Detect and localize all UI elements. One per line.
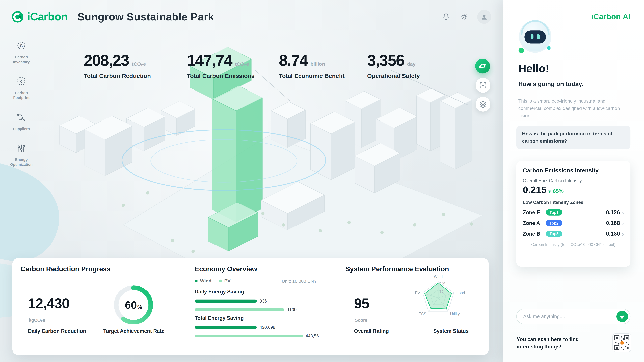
layers-button[interactable]	[476, 97, 490, 112]
zones-label: Low Carbon Intensity Zones:	[523, 200, 624, 205]
legend-item-pv[interactable]: PV	[219, 278, 230, 283]
overall-intensity-change: 65%	[553, 188, 564, 194]
daily-carbon-reduction-value: 12,430	[28, 296, 70, 312]
gear-icon[interactable]	[459, 12, 469, 22]
send-button[interactable]	[616, 311, 628, 322]
daily-energy-saving-group: Daily Energy Saving 936 1109	[195, 289, 326, 312]
legend-item-wind[interactable]: Wind	[195, 278, 212, 283]
pv-legend-dot	[219, 279, 222, 282]
layers-icon	[479, 100, 487, 108]
percent-sign: %	[137, 304, 142, 310]
intensity-card-title: Carbon Emissions Intensity	[523, 167, 624, 174]
svg-text:c: c	[20, 79, 22, 84]
chevron-right-icon: ›	[622, 210, 624, 215]
stat-value: 147,74	[187, 52, 232, 69]
score-value: 95	[354, 296, 369, 312]
zone-value: 0.126	[606, 209, 620, 216]
dashboard-root: iCarbon Sungrow Sustainable Park	[0, 0, 644, 362]
target-achievement-ring: 60 %	[112, 283, 155, 327]
suggested-question-chip[interactable]: How is the park performing in terms of c…	[516, 125, 630, 149]
sidebar-label: Suppliers	[6, 127, 36, 132]
radar-axis-label: PV	[415, 291, 420, 295]
pv-bar	[195, 334, 303, 337]
economy-overview-title: Economy Overview	[195, 265, 257, 273]
intensity-footnote: Carbon Intensity (tons CO₂e/10,000 CNY o…	[523, 242, 624, 247]
view-mode-button[interactable]	[475, 59, 490, 73]
stat-label: Operational Safety	[367, 72, 420, 79]
brand-logo[interactable]: iCarbon	[12, 10, 68, 23]
stat-value: 208,23	[84, 52, 129, 69]
chevron-right-icon: ›	[622, 231, 624, 237]
sidebar-item-suppliers[interactable]: Suppliers	[6, 110, 37, 132]
trend-down-icon: ▾	[548, 189, 551, 194]
ai-assistant-panel: iCarbon AI Hello! How's going on today. …	[503, 0, 644, 362]
scan-hint-text: You can scan here to find interesting th…	[517, 336, 603, 351]
main-dashboard: iCarbon Sungrow Sustainable Park	[0, 0, 503, 362]
scan-view-button[interactable]	[476, 78, 490, 93]
ai-greeting: Hello!	[518, 62, 549, 75]
zone-name: Zone A	[523, 220, 544, 226]
stat-value: 8.74	[279, 52, 308, 69]
sidebar-label: Carbon Inventory	[6, 55, 36, 64]
stat-label: Total Economic Benefit	[279, 72, 345, 79]
viewfinder-icon	[479, 81, 487, 89]
radar-tick-label: 50	[440, 290, 443, 293]
system-status-radar: Wind Load Utility ESS PV 100 50	[398, 273, 476, 325]
radar-axis-label: Load	[456, 291, 465, 295]
zone-rank-badge: Top3	[546, 231, 562, 237]
target-achievement-label: Target Achievement Rate	[93, 328, 175, 334]
stat-label: Total Carbon Reduction	[84, 72, 151, 79]
send-plane-icon	[618, 313, 626, 320]
overall-rating-label: Overall Rating	[354, 328, 389, 334]
legend-label: PV	[224, 278, 230, 283]
unit-note: Unit: 10,000 CNY	[282, 279, 317, 284]
radar-value-polygon	[425, 283, 452, 309]
energy-optimization-icon	[14, 141, 28, 155]
brand-name: iCarbon	[27, 10, 68, 23]
sidebar-nav: C Carbon Inventory c Carbon Footprint	[6, 38, 37, 167]
score-label: Score	[355, 318, 368, 323]
user-avatar[interactable]	[477, 10, 491, 24]
ask-input[interactable]	[523, 314, 616, 319]
stat-unit: day	[407, 61, 416, 67]
robot-avatar	[516, 18, 554, 57]
stat-unit: billion	[310, 61, 325, 67]
radar-axis-label: Utility	[450, 312, 460, 316]
stat-total-carbon-emissions: 147,74tCO₂e Total Carbon Emissions	[187, 52, 254, 79]
zone-row-e[interactable]: Zone E Top1 0.126 ›	[523, 209, 624, 216]
bell-icon[interactable]	[441, 12, 451, 22]
zone-value: 0.180	[606, 231, 620, 237]
wind-bar	[195, 300, 257, 302]
sidebar-item-carbon-footprint[interactable]: c Carbon Footprint	[6, 74, 37, 100]
stat-operational-safety: 3,356day Operational Safety	[367, 52, 420, 79]
radar-axis-label: ESS	[418, 312, 426, 316]
zone-row-b[interactable]: Zone B Top3 0.180 ›	[523, 231, 624, 237]
ai-panel-title: iCarbon AI	[591, 12, 630, 21]
legend-label: Wind	[200, 278, 212, 283]
sidebar-label: Carbon Footprint	[6, 91, 36, 100]
chevron-right-icon: ›	[622, 220, 624, 226]
icarbon-logo-icon	[12, 11, 24, 23]
zone-rank-badge: Top1	[546, 209, 562, 216]
sidebar-item-carbon-inventory[interactable]: C Carbon Inventory	[6, 38, 37, 64]
stat-total-carbon-reduction: 208,23tCO₂e Total Carbon Reduction	[84, 52, 151, 79]
daily-carbon-reduction-unit: kgCO₂e	[29, 318, 45, 323]
bar-group-label: Daily Energy Saving	[195, 289, 326, 295]
stat-value: 3,356	[367, 52, 404, 69]
zone-value: 0.168	[606, 220, 620, 226]
radar-tick-label: 100	[440, 282, 445, 285]
overall-intensity-label: Overall Park Carbon Intensity:	[523, 178, 624, 183]
sidebar-item-energy-optimization[interactable]: Energy Optimization	[6, 141, 37, 167]
header: iCarbon Sungrow Sustainable Park	[12, 10, 491, 24]
bar-group-label: Total Energy Saving	[195, 315, 326, 321]
page-title: Sungrow Sustainable Park	[78, 10, 214, 23]
stat-unit: tCO₂e	[132, 61, 146, 67]
water-shape	[0, 163, 59, 261]
zone-row-a[interactable]: Zone A Top2 0.168 ›	[523, 220, 624, 226]
bar-value: 430,698	[260, 325, 275, 330]
qr-code	[612, 333, 631, 352]
zone-rank-badge: Top2	[546, 220, 562, 226]
bar-row: 936	[195, 298, 326, 303]
zone-name: Zone B	[523, 231, 544, 237]
header-actions	[441, 10, 491, 24]
